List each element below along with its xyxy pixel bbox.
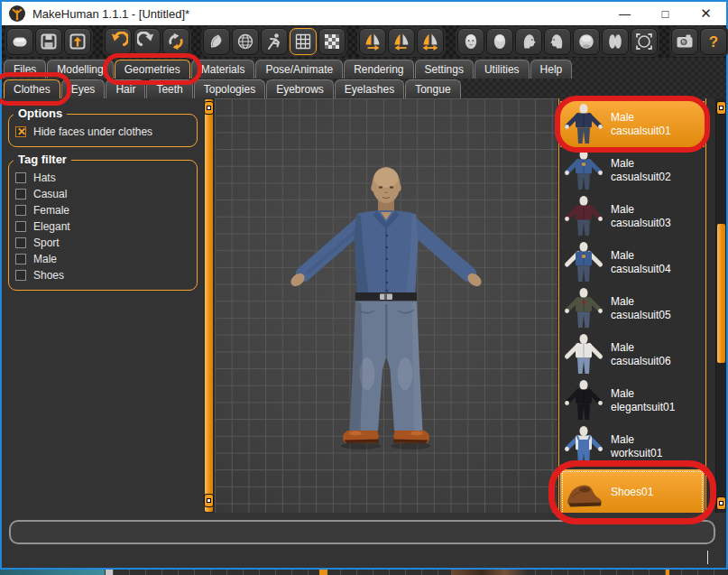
- toolbar-undo-button[interactable]: [105, 28, 132, 55]
- subtab-tongue[interactable]: Tongue: [405, 79, 460, 98]
- list-item-casualsuit02[interactable]: Malecasualsuit02: [560, 147, 705, 193]
- view-head-sides-icon: [605, 32, 625, 51]
- left-panel-splitter[interactable]: [204, 98, 215, 513]
- toolbar-screenshot-button[interactable]: [671, 28, 698, 55]
- toolbar-save-button[interactable]: [35, 28, 62, 55]
- tagfilter-checkbox-elegant[interactable]: [15, 221, 26, 232]
- checkbox-label: Casual: [33, 188, 67, 200]
- list-item-casualsuit05[interactable]: Malecasualsuit05: [560, 285, 705, 331]
- tagfilter-checkbox-sport[interactable]: [15, 237, 26, 248]
- scrollbar-top-handle[interactable]: [716, 101, 726, 115]
- clothing-label-line2: elegantsuit01: [611, 401, 675, 414]
- toolbar-load-button[interactable]: [64, 28, 91, 55]
- tab-settings[interactable]: Settings: [415, 60, 474, 79]
- tab-help[interactable]: Help: [530, 60, 573, 79]
- checkbox-row-hide-faces-under-clothes[interactable]: Hide faces under clothes: [15, 124, 190, 140]
- maximize-button[interactable]: □: [645, 2, 686, 25]
- list-item-elegantsuit01[interactable]: Maleelegantsuit01: [560, 377, 705, 423]
- list-item-casualsuit06[interactable]: Malecasualsuit06: [560, 331, 705, 377]
- background-thumbnail-strip: [451, 570, 528, 575]
- subtab-eyebrows[interactable]: Eyebrows: [266, 79, 334, 98]
- toolbar-wireframe-button[interactable]: [232, 28, 259, 55]
- toolbar-redo-button[interactable]: [134, 28, 161, 55]
- checkbox-row-elegant[interactable]: Elegant: [15, 218, 190, 235]
- symmetry-both-icon: [420, 32, 440, 51]
- list-item-worksuit01[interactable]: Maleworksuit01: [560, 423, 705, 469]
- clothing-thumbnail: [563, 425, 604, 468]
- toolbar-smooth-button[interactable]: [203, 28, 230, 55]
- screenshot-icon: [675, 32, 695, 51]
- toolbar-grid-button[interactable]: [290, 28, 317, 55]
- options-checkbox-hide-faces-under-clothes[interactable]: [15, 126, 26, 137]
- tab-geometries[interactable]: Geometries: [115, 60, 190, 79]
- toolbar-view-face-front-button[interactable]: [457, 28, 484, 55]
- tagfilter-checkbox-hats[interactable]: [15, 172, 26, 183]
- toolbar-view-head-left-button[interactable]: [544, 28, 571, 55]
- scrollbar-thumb[interactable]: [717, 224, 725, 363]
- close-button[interactable]: ✕: [686, 2, 726, 25]
- clothing-thumbnail: [563, 103, 604, 146]
- toolbar-view-head-sides-button[interactable]: [602, 28, 629, 55]
- checkbox-row-sport[interactable]: Sport: [15, 235, 190, 251]
- toolbar-view-head-back-button[interactable]: [486, 28, 513, 55]
- tagfilter-checkbox-female[interactable]: [15, 205, 26, 216]
- toolbar-symmetry-right-button[interactable]: [359, 28, 386, 55]
- subtab-teeth[interactable]: Teeth: [146, 79, 192, 98]
- toolbar-help-button[interactable]: ?: [700, 28, 727, 55]
- tag-filter-group: Tag filter HatsCasualFemaleElegantSportM…: [8, 160, 198, 291]
- list-item-shoes01[interactable]: Shoes01: [560, 469, 705, 515]
- checkbox-row-female[interactable]: Female: [15, 202, 190, 218]
- tab-files[interactable]: Files: [4, 60, 46, 79]
- subtab-topologies[interactable]: Topologies: [194, 79, 265, 98]
- minimize-button[interactable]: —: [604, 2, 645, 25]
- clothes-list-scrollbar[interactable]: [715, 98, 726, 513]
- list-item-casualsuit04[interactable]: Malecasualsuit04: [560, 239, 705, 285]
- clothing-label-line1: Male: [611, 295, 671, 309]
- tab-utilities[interactable]: Utilities: [475, 60, 530, 79]
- tagfilter-checkbox-male[interactable]: [15, 254, 26, 264]
- clothing-label-line2: casualsuit06: [611, 355, 671, 368]
- checkbox-label: Hide faces under clothes: [33, 125, 152, 138]
- clothing-label: Malecasualsuit06: [611, 341, 671, 368]
- list-right-divider[interactable]: [705, 98, 715, 513]
- subtab-eyes[interactable]: Eyes: [61, 79, 106, 98]
- toolbar-view-head-right-button[interactable]: [515, 28, 542, 55]
- background-marker: [106, 570, 113, 575]
- toolbar-reset-button[interactable]: [162, 28, 189, 55]
- tab-materials[interactable]: Materials: [191, 60, 255, 79]
- list-item-casualsuit03[interactable]: Malecasualsuit03: [560, 193, 705, 239]
- grid-icon: [293, 32, 313, 51]
- tab-pose-animate[interactable]: Pose/Animate: [255, 60, 343, 79]
- left-splitter-bottom-handle[interactable]: [204, 494, 214, 507]
- tagfilter-checkbox-shoes[interactable]: [15, 270, 26, 281]
- toolbar-new-button[interactable]: [6, 28, 33, 55]
- tab-modelling[interactable]: Modelling: [47, 60, 113, 79]
- window-controls: — □ ✕: [604, 2, 726, 25]
- view-head-right-icon: [519, 32, 539, 51]
- checkbox-row-male[interactable]: Male: [15, 251, 190, 267]
- toolbar-symmetry-left-button[interactable]: [388, 28, 415, 55]
- viewport-3d[interactable]: [215, 98, 558, 513]
- subtab-hair[interactable]: Hair: [106, 79, 145, 98]
- checkbox-label: Elegant: [33, 220, 70, 233]
- tagfilter-checkbox-casual[interactable]: [15, 189, 26, 199]
- tab-rendering[interactable]: Rendering: [344, 60, 413, 79]
- checkbox-row-hats[interactable]: Hats: [15, 170, 190, 186]
- human-model[interactable]: [251, 160, 521, 461]
- load-icon: [68, 32, 88, 51]
- left-splitter-bar[interactable]: [205, 99, 213, 512]
- checkbox-row-casual[interactable]: Casual: [15, 186, 190, 202]
- clothing-label-line2: casualsuit04: [611, 263, 671, 276]
- toolbar-view-frame-button[interactable]: [631, 28, 658, 55]
- list-item-casualsuit01[interactable]: Malecasualsuit01: [560, 101, 705, 147]
- viewport-right-divider[interactable]: [558, 98, 560, 513]
- checkbox-row-shoes[interactable]: Shoes: [15, 267, 190, 283]
- scrollbar-bottom-handle[interactable]: [716, 496, 726, 510]
- toolbar-pose-button[interactable]: [261, 28, 288, 55]
- subtab-eyelashes[interactable]: Eyelashes: [335, 79, 404, 98]
- toolbar-view-head-top-button[interactable]: [573, 28, 600, 55]
- toolbar-symmetry-both-button[interactable]: [417, 28, 444, 55]
- left-splitter-top-handle[interactable]: [204, 101, 214, 115]
- toolbar-background-button[interactable]: [318, 28, 346, 55]
- subtab-clothes[interactable]: Clothes: [4, 79, 60, 98]
